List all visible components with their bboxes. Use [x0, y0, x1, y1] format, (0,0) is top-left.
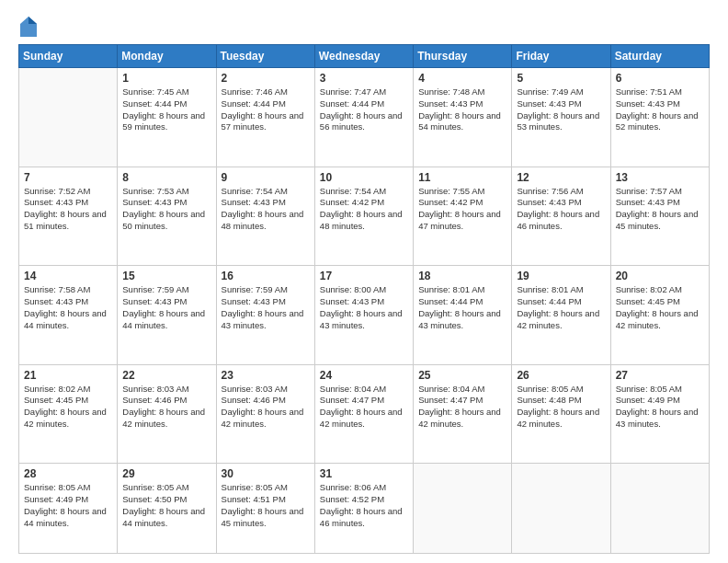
day-cell: 28Sunrise: 8:05 AMSunset: 4:49 PMDayligh…	[19, 464, 118, 554]
day-number: 24	[320, 369, 408, 382]
day-cell: 20Sunrise: 8:02 AMSunset: 4:45 PMDayligh…	[610, 266, 709, 365]
day-cell: 3Sunrise: 7:47 AMSunset: 4:44 PMDaylight…	[314, 68, 413, 167]
cell-info: Sunrise: 7:55 AMSunset: 4:42 PMDaylight:…	[418, 186, 506, 233]
day-number: 10	[320, 171, 408, 184]
header-row: SundayMondayTuesdayWednesdayThursdayFrid…	[19, 45, 710, 68]
week-row-2: 14Sunrise: 7:58 AMSunset: 4:43 PMDayligh…	[19, 266, 710, 365]
day-number: 6	[616, 72, 704, 85]
cell-info: Sunrise: 8:00 AMSunset: 4:43 PMDaylight:…	[320, 284, 408, 331]
calendar-table: SundayMondayTuesdayWednesdayThursdayFrid…	[18, 44, 710, 554]
day-cell: 12Sunrise: 7:56 AMSunset: 4:43 PMDayligh…	[512, 167, 610, 266]
col-header-monday: Monday	[118, 45, 216, 68]
cell-info: Sunrise: 7:58 AMSunset: 4:43 PMDaylight:…	[24, 284, 112, 331]
day-number: 15	[122, 270, 210, 282]
day-number: 12	[517, 171, 605, 184]
col-header-friday: Friday	[512, 45, 610, 68]
day-number: 17	[320, 270, 408, 282]
day-number: 25	[418, 369, 506, 382]
day-number: 16	[222, 270, 310, 282]
day-cell: 14Sunrise: 7:58 AMSunset: 4:43 PMDayligh…	[19, 266, 118, 365]
day-cell: 6Sunrise: 7:51 AMSunset: 4:43 PMDaylight…	[610, 68, 709, 167]
day-number: 23	[222, 369, 310, 382]
cell-info: Sunrise: 8:03 AMSunset: 4:46 PMDaylight:…	[222, 384, 310, 431]
day-cell: 13Sunrise: 7:57 AMSunset: 4:43 PMDayligh…	[610, 167, 709, 266]
day-cell: 5Sunrise: 7:49 AMSunset: 4:43 PMDaylight…	[512, 68, 610, 167]
day-cell: 24Sunrise: 8:04 AMSunset: 4:47 PMDayligh…	[314, 364, 413, 464]
day-cell: 11Sunrise: 7:55 AMSunset: 4:42 PMDayligh…	[414, 167, 512, 266]
day-number: 4	[418, 72, 506, 85]
cell-info: Sunrise: 7:53 AMSunset: 4:43 PMDaylight:…	[122, 186, 210, 233]
cell-info: Sunrise: 8:05 AMSunset: 4:51 PMDaylight:…	[222, 482, 310, 529]
week-row-1: 7Sunrise: 7:52 AMSunset: 4:43 PMDaylight…	[19, 167, 710, 266]
col-header-sunday: Sunday	[19, 45, 118, 68]
cell-info: Sunrise: 7:48 AMSunset: 4:43 PMDaylight:…	[418, 86, 506, 133]
logo-icon	[20, 17, 37, 37]
cell-info: Sunrise: 8:02 AMSunset: 4:45 PMDaylight:…	[616, 284, 704, 331]
col-header-tuesday: Tuesday	[216, 45, 314, 68]
cell-info: Sunrise: 8:05 AMSunset: 4:50 PMDaylight:…	[122, 482, 210, 529]
day-cell: 25Sunrise: 8:04 AMSunset: 4:47 PMDayligh…	[414, 364, 512, 464]
day-cell: 9Sunrise: 7:54 AMSunset: 4:43 PMDaylight…	[216, 167, 314, 266]
day-cell: 22Sunrise: 8:03 AMSunset: 4:46 PMDayligh…	[118, 364, 216, 464]
cell-info: Sunrise: 7:59 AMSunset: 4:43 PMDaylight:…	[122, 284, 210, 331]
cell-info: Sunrise: 7:51 AMSunset: 4:43 PMDaylight:…	[616, 86, 704, 133]
day-number: 21	[24, 369, 112, 382]
day-number: 18	[418, 270, 506, 282]
day-cell: 17Sunrise: 8:00 AMSunset: 4:43 PMDayligh…	[314, 266, 413, 365]
day-cell: 1Sunrise: 7:45 AMSunset: 4:44 PMDaylight…	[118, 68, 216, 167]
day-number: 7	[24, 171, 112, 184]
day-cell: 29Sunrise: 8:05 AMSunset: 4:50 PMDayligh…	[118, 464, 216, 554]
cell-info: Sunrise: 8:04 AMSunset: 4:47 PMDaylight:…	[418, 384, 506, 431]
day-number: 28	[24, 467, 112, 480]
day-number: 27	[616, 369, 704, 382]
cell-info: Sunrise: 7:45 AMSunset: 4:44 PMDaylight:…	[122, 86, 210, 133]
day-number: 9	[222, 171, 310, 184]
cell-info: Sunrise: 7:54 AMSunset: 4:43 PMDaylight:…	[222, 186, 310, 233]
day-cell: 27Sunrise: 8:05 AMSunset: 4:49 PMDayligh…	[610, 364, 709, 464]
cell-info: Sunrise: 7:56 AMSunset: 4:43 PMDaylight:…	[517, 186, 605, 233]
cell-info: Sunrise: 8:04 AMSunset: 4:47 PMDaylight:…	[320, 384, 408, 431]
day-number: 26	[517, 369, 605, 382]
day-cell: 4Sunrise: 7:48 AMSunset: 4:43 PMDaylight…	[414, 68, 512, 167]
week-row-3: 21Sunrise: 8:02 AMSunset: 4:45 PMDayligh…	[19, 364, 710, 464]
cell-info: Sunrise: 7:47 AMSunset: 4:44 PMDaylight:…	[320, 86, 408, 133]
day-number: 31	[320, 467, 408, 480]
day-number: 2	[222, 72, 310, 85]
day-number: 13	[616, 171, 704, 184]
cell-info: Sunrise: 7:59 AMSunset: 4:43 PMDaylight:…	[222, 284, 310, 331]
header	[18, 17, 710, 37]
day-number: 29	[122, 467, 210, 480]
cell-info: Sunrise: 7:49 AMSunset: 4:43 PMDaylight:…	[517, 86, 605, 133]
day-cell	[610, 464, 709, 554]
cell-info: Sunrise: 7:57 AMSunset: 4:43 PMDaylight:…	[616, 186, 704, 233]
cell-info: Sunrise: 8:01 AMSunset: 4:44 PMDaylight:…	[517, 284, 605, 331]
logo	[18, 17, 37, 37]
day-cell: 26Sunrise: 8:05 AMSunset: 4:48 PMDayligh…	[512, 364, 610, 464]
day-cell: 31Sunrise: 8:06 AMSunset: 4:52 PMDayligh…	[314, 464, 413, 554]
day-cell: 10Sunrise: 7:54 AMSunset: 4:42 PMDayligh…	[314, 167, 413, 266]
day-cell: 30Sunrise: 8:05 AMSunset: 4:51 PMDayligh…	[216, 464, 314, 554]
cell-info: Sunrise: 8:02 AMSunset: 4:45 PMDaylight:…	[24, 384, 112, 431]
col-header-thursday: Thursday	[414, 45, 512, 68]
day-cell: 7Sunrise: 7:52 AMSunset: 4:43 PMDaylight…	[19, 167, 118, 266]
col-header-saturday: Saturday	[610, 45, 709, 68]
svg-marker-1	[28, 17, 37, 24]
day-number: 3	[320, 72, 408, 85]
day-number: 22	[122, 369, 210, 382]
cell-info: Sunrise: 8:05 AMSunset: 4:48 PMDaylight:…	[517, 384, 605, 431]
day-number: 1	[122, 72, 210, 85]
day-cell: 16Sunrise: 7:59 AMSunset: 4:43 PMDayligh…	[216, 266, 314, 365]
cell-info: Sunrise: 8:01 AMSunset: 4:44 PMDaylight:…	[418, 284, 506, 331]
cell-info: Sunrise: 8:03 AMSunset: 4:46 PMDaylight:…	[122, 384, 210, 431]
day-number: 30	[222, 467, 310, 480]
col-header-wednesday: Wednesday	[314, 45, 413, 68]
day-cell: 2Sunrise: 7:46 AMSunset: 4:44 PMDaylight…	[216, 68, 314, 167]
cell-info: Sunrise: 8:05 AMSunset: 4:49 PMDaylight:…	[616, 384, 704, 431]
day-cell: 18Sunrise: 8:01 AMSunset: 4:44 PMDayligh…	[414, 266, 512, 365]
day-number: 19	[517, 270, 605, 282]
day-cell: 15Sunrise: 7:59 AMSunset: 4:43 PMDayligh…	[118, 266, 216, 365]
day-number: 11	[418, 171, 506, 184]
day-cell	[414, 464, 512, 554]
week-row-4: 28Sunrise: 8:05 AMSunset: 4:49 PMDayligh…	[19, 464, 710, 554]
day-number: 14	[24, 270, 112, 282]
